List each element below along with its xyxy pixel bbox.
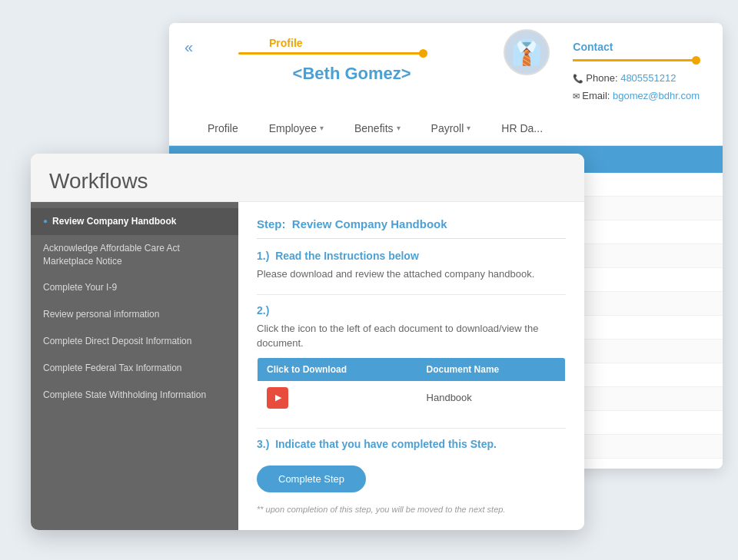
- doc-table: Click to Download Document Name Handbook: [257, 357, 566, 416]
- workflow-content: Step: Review Company Handbook 1.) Read t…: [238, 202, 584, 530]
- instruction-2-block: 2.) Click the icon to the left of each d…: [257, 304, 566, 416]
- contact-info: Phone: 4805551212 Email: bgomez@bdhr.com: [573, 69, 700, 105]
- nav-hrdata[interactable]: HR Da...: [486, 113, 558, 145]
- instruction-1-number: 1.) Read the Instructions below: [257, 250, 566, 262]
- nav-employee[interactable]: Employee ▾: [254, 113, 339, 145]
- divider-2: [257, 428, 566, 429]
- employee-name: <Beth Gomez>: [293, 64, 411, 84]
- contact-section: Contact Phone: 4805551212 Email: bgomez@…: [573, 37, 700, 105]
- step-item-review-handbook[interactable]: Review Company Handbook: [31, 208, 238, 235]
- instruction-2-number: 2.): [257, 304, 566, 316]
- profile-header: « Profile <Beth Gomez> 👔 Contact Phone: …: [169, 23, 723, 105]
- phone-line: Phone: 4805551212: [573, 69, 700, 87]
- workflow-title: Workflows: [31, 154, 584, 202]
- workflow-sidebar: Review Company Handbook Acknowledge Affo…: [31, 202, 238, 530]
- instruction-3-block: 3.) Indicate that you have completed thi…: [257, 438, 566, 492]
- step-header: Step: Review Company Handbook: [257, 217, 566, 239]
- contact-progress-bar: [573, 59, 696, 61]
- divider-1: [257, 294, 566, 295]
- complete-step-button[interactable]: Complete Step: [257, 466, 366, 492]
- avatar-figure: 👔: [511, 40, 542, 65]
- step-header-title: Step: Review Company Handbook: [257, 217, 566, 230]
- instruction-1-text: Please download and review the attached …: [257, 267, 566, 282]
- step-prefix: Step:: [257, 217, 286, 230]
- step-item-i9[interactable]: Complete Your I-9: [31, 274, 238, 301]
- step-item-aca[interactable]: Acknowledge Affordable Care Act Marketpl…: [31, 235, 238, 275]
- step-item-personal-info[interactable]: Review personal information: [31, 301, 238, 328]
- profile-progress-bar: [238, 52, 423, 55]
- doc-row: Handbook: [258, 381, 566, 416]
- instruction-3-number: 3.) Indicate that you have completed thi…: [257, 438, 566, 450]
- profile-tab-label: Profile: [269, 37, 423, 49]
- profile-nav: Profile Employee ▾ Benefits ▾ Payroll ▾ …: [169, 113, 723, 146]
- step-item-state-withholding[interactable]: Complete State Withholding Information: [31, 382, 238, 409]
- doc-col-download: Click to Download: [258, 357, 417, 381]
- workflow-card: Workflows Review Company Handbook Acknow…: [31, 154, 584, 530]
- phone-value: 4805551212: [620, 72, 676, 84]
- doc-name: Handbook: [417, 381, 566, 416]
- step-name: Review Company Handbook: [292, 217, 447, 230]
- doc-col-name: Document Name: [417, 357, 566, 381]
- avatar: 👔: [504, 29, 550, 75]
- nav-benefits[interactable]: Benefits ▾: [339, 113, 416, 145]
- nav-profile[interactable]: Profile: [192, 113, 254, 145]
- step-item-federal-tax[interactable]: Complete Federal Tax Information: [31, 355, 238, 382]
- email-line: Email: bgomez@bdhr.com: [573, 87, 700, 104]
- contact-label: Contact: [573, 41, 700, 53]
- workflow-body: Review Company Handbook Acknowledge Affo…: [31, 202, 584, 530]
- phone-label: Phone:: [586, 72, 617, 84]
- profile-section: Profile <Beth Gomez>: [215, 37, 488, 84]
- play-button[interactable]: [267, 387, 288, 409]
- instruction-2-text: Click the icon to the left of each docum…: [257, 321, 566, 351]
- instruction-1-block: 1.) Read the Instructions below Please d…: [257, 250, 566, 282]
- back-button[interactable]: «: [184, 38, 193, 56]
- footnote: ** upon completion of this step, you wil…: [257, 505, 566, 514]
- step-item-direct-deposit[interactable]: Complete Direct Deposit Information: [31, 328, 238, 355]
- email-label: Email:: [582, 90, 610, 101]
- email-value: bgomez@bdhr.com: [613, 90, 700, 101]
- nav-payroll[interactable]: Payroll ▾: [416, 113, 487, 145]
